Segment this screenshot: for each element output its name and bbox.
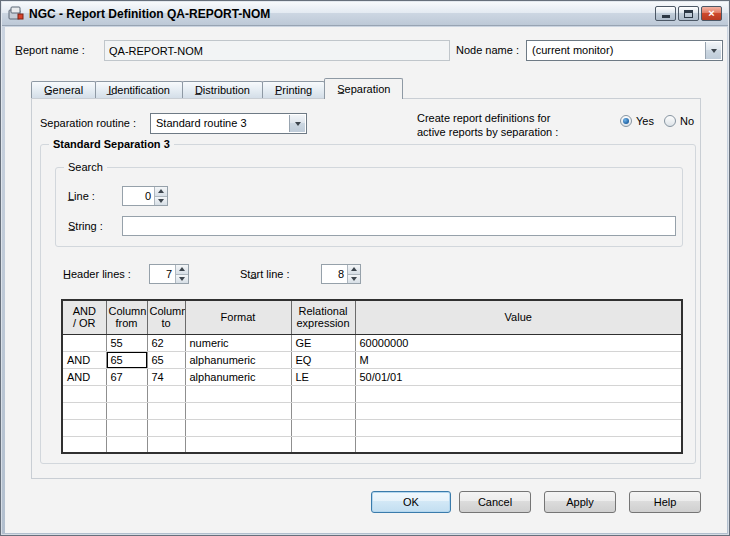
table-row	[62, 436, 682, 453]
table-cell[interactable]	[62, 419, 106, 436]
table-cell[interactable]	[291, 385, 355, 402]
header-lines-spinner[interactable]: 7	[149, 264, 189, 284]
table-cell[interactable]	[62, 402, 106, 419]
no-radio-button[interactable]	[664, 115, 676, 127]
column-header: Relational expression	[291, 300, 355, 334]
node-name-value: (current monitor)	[532, 44, 613, 56]
tab-general[interactable]: G̲eneral	[31, 81, 96, 98]
header-lines-spinner-up-button[interactable]	[176, 265, 188, 275]
line-spinner-down-button[interactable]	[155, 197, 167, 206]
table-cell[interactable]	[355, 436, 682, 453]
create-reports-radio-group: Yes No	[620, 115, 704, 127]
tab-printing[interactable]: P̲rinting	[262, 81, 325, 98]
table-cell[interactable]	[291, 419, 355, 436]
separation-routine-dropdown-button[interactable]	[289, 115, 305, 132]
line-spinner-value: 0	[123, 187, 154, 205]
node-name-label: Node name :	[456, 44, 519, 57]
table-cell[interactable]	[62, 385, 106, 402]
table-row	[62, 385, 682, 402]
column-header: Value	[355, 300, 682, 334]
table-cell[interactable]: 65	[106, 351, 147, 368]
start-line-spinner-up-button[interactable]	[348, 265, 360, 275]
title-bar[interactable]: NGC - Report Definition QA-REPORT-NOM ×	[2, 2, 728, 26]
table-cell[interactable]	[106, 419, 147, 436]
table-cell[interactable]: 50/01/01	[355, 368, 682, 385]
table-cell[interactable]	[291, 402, 355, 419]
header-lines-spinner-buttons	[175, 265, 188, 283]
table-cell[interactable]	[355, 385, 682, 402]
yes-radio-button[interactable]	[620, 115, 632, 127]
table-cell[interactable]: 55	[106, 334, 147, 351]
window-title: NGC - Report Definition QA-REPORT-NOM	[29, 7, 650, 21]
dialog-window: NGC - Report Definition QA-REPORT-NOM × …	[0, 0, 730, 536]
table-cell[interactable]	[147, 419, 185, 436]
node-name-combobox[interactable]: (current monitor)	[526, 40, 723, 61]
table-cell[interactable]	[147, 385, 185, 402]
table-cell[interactable]	[355, 419, 682, 436]
column-header: Format	[185, 300, 291, 334]
table-cell[interactable]	[185, 402, 291, 419]
table-cell[interactable]: LE	[291, 368, 355, 385]
table-row: AND6565alphanumericEQM	[62, 351, 682, 368]
table-cell[interactable]: EQ	[291, 351, 355, 368]
header-lines-spinner-down-button[interactable]	[176, 275, 188, 284]
separation-routine-combobox[interactable]: Standard routine 3	[150, 113, 307, 134]
table-row: AND6774alphanumericLE50/01/01	[62, 368, 682, 385]
separation-tab-panel: Separation routine : Standard routine 3 …	[31, 98, 701, 479]
table-cell[interactable]: alphanumeric	[185, 368, 291, 385]
report-name-field[interactable]	[104, 40, 450, 61]
table-cell[interactable]: 67	[106, 368, 147, 385]
help-button[interactable]: Help	[629, 491, 701, 513]
ok-button[interactable]: OK	[371, 491, 451, 513]
minimize-button[interactable]	[655, 6, 676, 21]
node-name-dropdown-button[interactable]	[705, 42, 721, 59]
tab-distribution[interactable]: D̲istribution	[182, 81, 263, 98]
line-spinner-up-button[interactable]	[155, 187, 167, 197]
spin-down-icon	[158, 199, 164, 203]
table-cell[interactable]	[106, 385, 147, 402]
table-cell[interactable]	[291, 436, 355, 453]
minimize-icon	[662, 15, 670, 18]
table-cell[interactable]: alphanumeric	[185, 351, 291, 368]
standard-separation-group-title: Standard Separation 3	[49, 137, 174, 151]
table-cell[interactable]: 60000000	[355, 334, 682, 351]
maximize-button[interactable]	[678, 6, 699, 21]
table-cell[interactable]	[355, 402, 682, 419]
dialog-body: R̲eport name : Node name : (current moni…	[5, 27, 727, 533]
table-cell[interactable]: numeric	[185, 334, 291, 351]
create-reports-label-line2: active reports by separation :	[417, 126, 558, 139]
start-line-spinner-down-button[interactable]	[348, 275, 360, 284]
table-cell[interactable]	[106, 402, 147, 419]
table-cell[interactable]	[62, 334, 106, 351]
table-cell[interactable]: 65	[147, 351, 185, 368]
chevron-down-icon	[711, 49, 717, 53]
table-cell[interactable]	[185, 436, 291, 453]
apply-button[interactable]: Apply	[544, 491, 616, 513]
column-header: Column to	[147, 300, 185, 334]
cancel-button[interactable]: Cancel	[459, 491, 531, 513]
table-cell[interactable]: AND	[62, 368, 106, 385]
app-icon	[8, 6, 24, 22]
start-line-spinner[interactable]: 8	[321, 264, 361, 284]
table-cell[interactable]	[185, 385, 291, 402]
table-cell[interactable]	[147, 436, 185, 453]
window-controls: ×	[655, 6, 722, 21]
table-cell[interactable]	[106, 436, 147, 453]
line-spinner[interactable]: 0	[122, 186, 168, 206]
close-button[interactable]: ×	[701, 6, 722, 21]
table-cell[interactable]	[62, 436, 106, 453]
tab-identification[interactable]: I̲dentification	[95, 81, 183, 98]
table-cell[interactable]	[185, 419, 291, 436]
table-cell[interactable]: 62	[147, 334, 185, 351]
string-input[interactable]	[122, 216, 676, 236]
table-cell[interactable]: M	[355, 351, 682, 368]
table-row: 5562numericGE60000000	[62, 334, 682, 351]
table-cell[interactable]: GE	[291, 334, 355, 351]
table-cell[interactable]	[147, 402, 185, 419]
table-cell[interactable]: 74	[147, 368, 185, 385]
separation-routine-label: Separation routine :	[40, 117, 136, 130]
spin-down-icon	[351, 277, 357, 281]
separation-table-container: AND / ORColumn fromColumn toFormatRelati…	[61, 299, 683, 454]
table-cell[interactable]: AND	[62, 351, 106, 368]
tab-separation[interactable]: S̲eparation	[324, 78, 403, 99]
